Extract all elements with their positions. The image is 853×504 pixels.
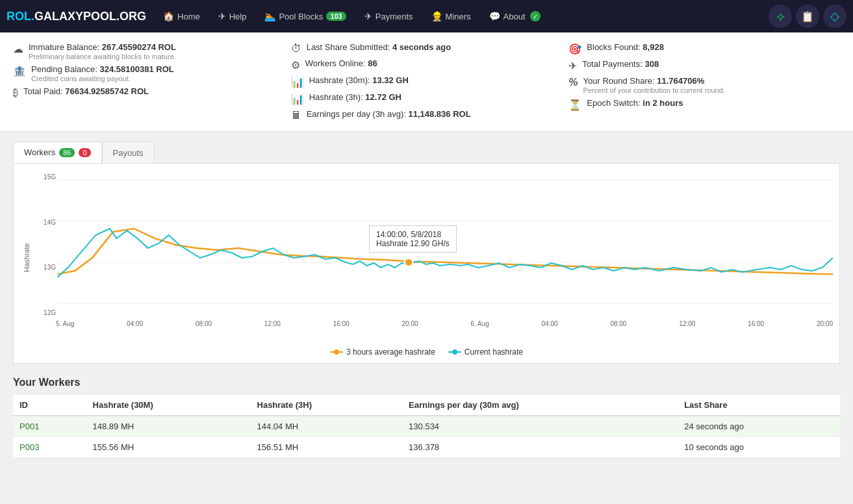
blocks-value: 8,928 xyxy=(643,42,664,52)
h3h-icon: 📊 xyxy=(291,93,304,105)
pending-sub: Credited coins awaiting payout. xyxy=(31,75,174,82)
legend-avg-label: 3 hours average hashrate xyxy=(346,347,435,357)
pool-blocks-badge: 103 xyxy=(326,12,346,21)
about-icon: 💬 xyxy=(489,11,500,21)
chart-legend: 3 hours average hashrate Current hashrat… xyxy=(20,347,833,357)
col-epd: Earnings per day (30m avg) xyxy=(402,395,678,416)
payments-icon: ✈ xyxy=(364,11,372,21)
nav-about-label: About xyxy=(503,12,526,21)
totalpayments-icon: ✈ xyxy=(568,60,577,72)
nav-miners-label: Miners xyxy=(446,12,471,21)
tab-workers[interactable]: Workers 86 0 xyxy=(13,142,102,163)
stats-col3: 🎯 Blocks Found: 8,928 ✈ Total Payments: … xyxy=(568,42,840,121)
x-label-2: 08:00 xyxy=(196,320,212,327)
legend-avg: 3 hours average hashrate xyxy=(330,347,435,357)
row1-epd: 136.378 xyxy=(402,437,678,458)
epd-value: 11,148.836 ROL xyxy=(408,109,470,119)
nav-home[interactable]: 🏠 Home xyxy=(155,7,208,25)
legend-avg-line xyxy=(330,351,343,353)
x-label-10: 16:00 xyxy=(748,320,764,327)
col-h3h: Hashrate (3H) xyxy=(251,395,403,416)
totalpaid-label: Total Paid: xyxy=(23,86,65,96)
chart-y-label: Hashrate xyxy=(20,173,33,342)
help-icon: ✈ xyxy=(218,11,226,21)
stat-totalpayments: ✈ Total Payments: 308 xyxy=(568,59,840,72)
stat-lastshare: ⏱ Last Share Submitted: 4 seconds ago xyxy=(291,42,563,55)
totalpaid-value: 76634.92585742 ROL xyxy=(65,86,149,96)
chart-svg xyxy=(33,173,833,316)
pending-value: 324.58100381 ROL xyxy=(100,64,174,74)
nav-pool-blocks[interactable]: 🏊 Pool Blocks 103 xyxy=(257,7,353,25)
lastshare-label: Last Share Submitted: xyxy=(307,42,392,52)
row0-epd: 130.534 xyxy=(402,416,678,437)
home-icon: 🏠 xyxy=(163,11,174,21)
nav-payments[interactable]: ✈ Payments xyxy=(357,7,421,25)
stat-h30m: 📊 Hashrate (30m): 13.32 GH xyxy=(291,75,563,88)
nav-about[interactable]: 💬 About ✓ xyxy=(481,7,548,25)
x-label-9: 12:00 xyxy=(679,320,695,327)
legend-current: Current hashrate xyxy=(448,347,523,357)
chart-x-axis: 5. Aug 04:00 08:00 12:00 16:00 20:00 6. … xyxy=(33,320,833,327)
table-row: P001 148.89 MH 144.04 MH 130.534 24 seco… xyxy=(13,416,840,437)
row0-id: P001 xyxy=(13,416,86,437)
h3h-value: 12.72 GH xyxy=(365,92,401,102)
y-label-12g: 12G xyxy=(44,309,56,316)
nav-help-label: Help xyxy=(229,12,247,21)
main-content: Workers 86 0 Payouts Hashrate 15G 14G 13… xyxy=(0,132,853,468)
h30m-icon: 📊 xyxy=(291,76,304,88)
x-label-5: 20:00 xyxy=(402,320,418,327)
col-lastshare: Last Share xyxy=(678,395,840,416)
workers-icon: ⚙ xyxy=(291,59,300,71)
legend-current-label: Current hashrate xyxy=(465,347,523,357)
epd-icon: 🖩 xyxy=(291,110,301,121)
nav-icon-teal[interactable]: ◇ xyxy=(823,5,847,28)
col-h30m: Hashrate (30M) xyxy=(86,395,251,416)
row0-last: 24 seconds ago xyxy=(678,416,840,437)
y-label-15g: 15G xyxy=(44,173,56,181)
row0-h3h: 144.04 MH xyxy=(251,416,403,437)
x-label-0: 5. Aug xyxy=(56,320,74,327)
miners-icon: 👷 xyxy=(431,11,442,21)
stat-pending: 🏦 Pending Balance: 324.58100381 ROL Cred… xyxy=(13,64,285,82)
nav-icon-blue[interactable]: 📋 xyxy=(796,5,819,28)
roundshare-value: 11.764706% xyxy=(657,76,704,86)
nav-icon-green[interactable]: ⟡ xyxy=(769,5,792,28)
navbar: ROL.GALAXYPOOL.ORG 🏠 Home ✈ Help 🏊 Pool … xyxy=(0,0,853,32)
tab-workers-label: Workers xyxy=(24,147,55,157)
row1-h30m: 155.56 MH xyxy=(86,437,251,458)
chart-container: Hashrate 15G 14G 13G 12G xyxy=(13,163,840,364)
immature-icon: ☁ xyxy=(13,43,23,55)
workers-label: Workers Online: xyxy=(305,58,368,68)
epoch-value: in 2 hours xyxy=(643,98,683,108)
stat-roundshare: % Your Round Share: 11.764706% Percent o… xyxy=(568,76,840,94)
x-label-1: 04:00 xyxy=(127,320,143,327)
tab-payouts[interactable]: Payouts xyxy=(102,142,155,163)
x-label-4: 16:00 xyxy=(333,320,350,327)
y-label-13g: 13G xyxy=(44,264,56,271)
roundshare-sub: Percent of your contribution to current … xyxy=(583,86,725,94)
pending-label: Pending Balance: xyxy=(31,64,100,74)
stat-workers: ⚙ Workers Online: 86 xyxy=(291,58,563,71)
nav-help[interactable]: ✈ Help xyxy=(210,7,255,25)
tab-workers-badge-green: 86 xyxy=(59,148,75,157)
brand: ROL.GALAXYPOOL.ORG xyxy=(6,10,146,23)
lastshare-value: 4 seconds ago xyxy=(392,42,451,52)
nav-payments-label: Payments xyxy=(376,12,413,21)
pool-blocks-icon: 🏊 xyxy=(264,11,275,21)
x-label-8: 08:00 xyxy=(610,320,626,327)
lastshare-icon: ⏱ xyxy=(291,43,301,55)
h30m-value: 13.32 GH xyxy=(372,75,409,85)
tabs: Workers 86 0 Payouts xyxy=(13,142,840,163)
x-label-7: 04:00 xyxy=(542,320,558,327)
chart-tooltip-dot xyxy=(405,258,413,266)
nav-miners[interactable]: 👷 Miners xyxy=(424,7,479,25)
table-row: P003 155.56 MH 156.51 MH 136.378 10 seco… xyxy=(13,437,840,458)
stat-epoch: ⏳ Epoch Switch: in 2 hours xyxy=(568,98,840,111)
totalpayments-label: Total Payments: xyxy=(582,59,644,69)
table-header: ID Hashrate (30M) Hashrate (3H) Earnings… xyxy=(13,395,840,416)
nav-home-label: Home xyxy=(177,12,200,21)
immature-sub: Preliminary balance awaiting blocks to m… xyxy=(29,53,176,60)
epd-label: Earnings per day (3h avg): xyxy=(307,109,409,119)
chart-area: 15G 14G 13G 12G xyxy=(33,173,833,342)
workers-section: Your Workers ID Hashrate (30M) Hashrate … xyxy=(13,377,840,458)
